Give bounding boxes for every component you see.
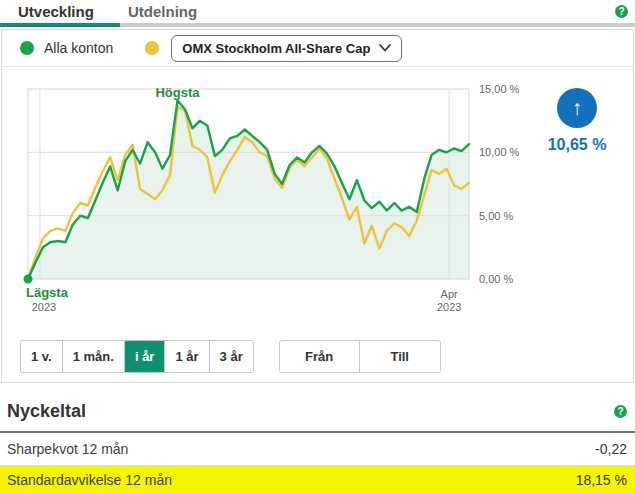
max-annotation: Högsta (155, 85, 200, 100)
index-select-value: OMX Stockholm All-Share Cap (182, 41, 370, 56)
date-range-group: Från Till (279, 340, 441, 373)
index-select-dropdown[interactable]: OMX Stockholm All-Share Cap (171, 35, 402, 62)
range-button-iar[interactable]: i år (125, 341, 166, 372)
row-label: Standardavvikelse 12 mån (7, 472, 172, 488)
table-row-sharpe: Sharpekvot 12 mån -0,22 (0, 433, 635, 466)
range-button-1man[interactable]: 1 mån. (63, 341, 125, 372)
active-tab-indicator (0, 23, 120, 27)
ytick-10: 10,00 % (479, 146, 520, 158)
min-annotation: Lägsta (26, 285, 69, 300)
range-button-group: 1 v. 1 mån. i år 1 år 3 år (20, 340, 254, 373)
total-return-indicator: ↑ 10,65 % (543, 88, 611, 154)
ytick-0: 0,00 % (479, 273, 513, 285)
xtick-apr-year: 2023 (437, 301, 461, 313)
key-figures-title: Nyckeltal (7, 401, 86, 422)
tab-bar: Utveckling Utdelning ? (0, 0, 635, 27)
performance-chart: Högsta Lägsta 0,00 % 5,00 % 10,00 % 15,0… (2, 67, 633, 331)
range-button-1v[interactable]: 1 v. (21, 341, 63, 372)
xtick-apr-month: Apr (441, 288, 458, 300)
performance-card: Alla konton OMX Stockholm All-Share Cap … (1, 29, 634, 383)
from-date-button[interactable]: Från (280, 341, 360, 372)
range-button-3ar[interactable]: 3 år (210, 341, 253, 372)
chevron-down-icon (379, 44, 391, 52)
till-date-button[interactable]: Till (360, 341, 440, 372)
row-value: 18,15 % (576, 472, 627, 488)
help-icon[interactable]: ? (615, 5, 628, 18)
table-row-stddev: Standardavvikelse 12 mån 18,15 % (0, 466, 635, 494)
accounts-series-dot-icon (20, 41, 34, 55)
key-figures-header: Nyckeltal ? (0, 399, 635, 433)
xtick-jan-year: 2023 (32, 301, 56, 313)
ytick-15: 15,00 % (479, 83, 520, 95)
chart-canvas[interactable]: Högsta Lägsta 0,00 % 5,00 % 10,00 % 15,0… (2, 67, 633, 331)
index-series-dot-icon (145, 41, 159, 55)
row-label: Sharpekvot 12 mån (7, 441, 128, 457)
row-value: -0,22 (595, 441, 627, 457)
tab-utdelning[interactable]: Utdelning (128, 3, 197, 20)
range-button-1ar[interactable]: 1 år (165, 341, 209, 372)
ytick-5: 5,00 % (479, 210, 513, 222)
arrow-up-icon: ↑ (557, 88, 597, 128)
chart-controls: 1 v. 1 mån. i år 1 år 3 år Från Till (2, 331, 633, 382)
key-figures-section: Nyckeltal ? Sharpekvot 12 mån -0,22 Stan… (0, 399, 635, 494)
min-point-marker (24, 275, 33, 284)
chart-legend: Alla konton OMX Stockholm All-Share Cap (2, 30, 633, 67)
key-figures-help-icon[interactable]: ? (614, 405, 627, 418)
accounts-series-label: Alla konton (44, 40, 113, 56)
tab-utveckling[interactable]: Utveckling (18, 3, 94, 20)
total-return-value: 10,65 % (543, 136, 611, 154)
